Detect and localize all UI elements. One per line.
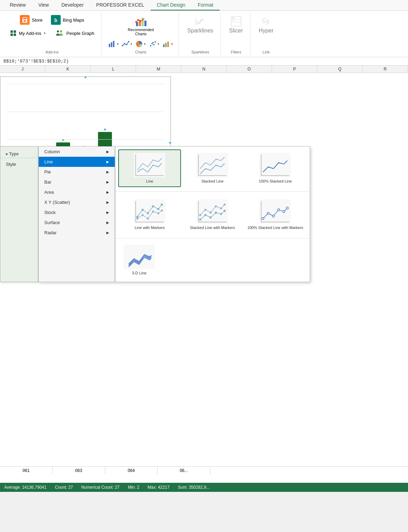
- svg-rect-4: [10, 30, 13, 33]
- cell-063[interactable]: 063: [53, 467, 105, 474]
- cell-06x[interactable]: 06...: [158, 467, 210, 474]
- ribbon-group-sparklines: Sparklines Sparklines: [180, 12, 221, 56]
- line-markers-preview: [134, 199, 165, 224]
- 100pct-stacked-line-markers-preview: [259, 199, 291, 224]
- submenu-separator-2: [115, 238, 310, 238]
- menu-item-bar[interactable]: Bar ▶: [39, 177, 115, 187]
- tab-developer[interactable]: Developer: [55, 0, 90, 10]
- svg-point-22: [128, 41, 129, 42]
- svg-point-54: [142, 209, 144, 211]
- svg-point-75: [204, 209, 206, 211]
- scatter-chart-button[interactable]: ▼: [148, 39, 161, 49]
- svg-point-79: [224, 204, 226, 206]
- menu-item-radar[interactable]: Radar ▶: [39, 228, 115, 238]
- resize-handle-right[interactable]: [168, 141, 172, 145]
- slicer-button[interactable]: Slicer: [226, 14, 246, 35]
- context-panel-type[interactable]: ▸ Type: [0, 149, 38, 158]
- tab-view[interactable]: View: [32, 0, 55, 10]
- pie-chart-button[interactable]: ▼: [134, 39, 147, 49]
- menu-label-column: Column: [44, 149, 60, 154]
- bing-maps-label: Bing Maps: [63, 17, 84, 23]
- menu-item-area[interactable]: Area ▶: [39, 187, 115, 197]
- menu-item-line[interactable]: Line ▶: [39, 157, 115, 167]
- svg-point-74: [199, 214, 201, 216]
- scatter-chart-arrow: ▼: [157, 43, 160, 46]
- svg-rect-30: [165, 43, 167, 47]
- submenu-item-line[interactable]: Line: [118, 149, 181, 187]
- hyperlink-button[interactable]: Hyper: [256, 14, 277, 35]
- store-label: Store: [32, 17, 43, 23]
- submenu-item-stacked-line-markers[interactable]: Stacked Line with Markers: [181, 196, 244, 234]
- ribbon-group-filters: Slicer Filters: [222, 12, 250, 56]
- svg-point-64: [161, 209, 163, 212]
- menu-item-column[interactable]: Column ▶: [39, 147, 115, 157]
- svg-point-59: [136, 217, 138, 220]
- context-left-panel: ▸ Type Style: [0, 146, 38, 282]
- submenu-item-line-markers[interactable]: Line with Markers: [118, 196, 181, 234]
- cell-061[interactable]: 061: [0, 467, 53, 474]
- store-icon: [20, 15, 30, 25]
- menu-item-xy-scatter[interactable]: X Y (Scatter) ▶: [39, 197, 115, 207]
- svg-point-69: [204, 214, 206, 216]
- ribbon-content-area: Store b Bing Maps: [0, 11, 408, 57]
- sparklines-label: Sparklines: [187, 28, 213, 34]
- menu-label-xy: X Y (Scatter): [44, 200, 70, 205]
- tab-professor-excel[interactable]: PROFESSOR EXCEL: [90, 0, 151, 10]
- submenu-item-stacked-line[interactable]: Stacked Line: [181, 149, 244, 187]
- svg-rect-34: [197, 20, 198, 25]
- stacked-line-label: Stacked Line: [201, 179, 224, 184]
- col-header-p: P: [272, 66, 317, 73]
- col-header-n: N: [181, 66, 227, 73]
- menu-arrow-line: ▶: [106, 160, 109, 164]
- svg-rect-47: [259, 153, 291, 177]
- submenu-item-100pct-stacked-line[interactable]: 100% Stacked Line: [244, 149, 307, 187]
- menu-item-pie[interactable]: Pie ▶: [39, 167, 115, 177]
- store-button[interactable]: Store: [17, 14, 45, 26]
- recommended-charts-label-line1: Recommended: [128, 28, 154, 32]
- bar-chart-button[interactable]: ▼: [107, 39, 120, 49]
- svg-point-87: [278, 209, 280, 211]
- svg-point-62: [152, 210, 154, 213]
- spreadsheet-area: ▸ Type Style Column ▶ Line ▶ Pie ▶ Bar ▶: [0, 73, 408, 492]
- links-group-label: Link: [263, 49, 270, 54]
- context-panel-style[interactable]: Style: [0, 160, 38, 169]
- tab-chart-design[interactable]: Chart Design: [151, 0, 192, 10]
- column-headers: J K L M N O P Q R: [0, 66, 408, 73]
- submenu-item-100pct-stacked-line-markers[interactable]: 100% Stacked Line with Markers: [244, 196, 307, 234]
- submenu-item-3d-line[interactable]: 3-D Line: [118, 241, 160, 279]
- bing-maps-button[interactable]: b Bing Maps: [48, 14, 87, 26]
- my-addins-icon: [10, 30, 17, 37]
- my-addins-button[interactable]: My Add-ins ▼: [7, 28, 49, 38]
- line-chart-preview: [134, 153, 165, 177]
- recommended-charts-button[interactable]: Recommended Charts: [125, 14, 157, 37]
- people-graph-button[interactable]: People Graph: [52, 27, 97, 39]
- svg-rect-16: [109, 44, 110, 47]
- formula-bar[interactable]: B$10;'073'!$E$3:$E$10;2): [0, 57, 408, 66]
- tab-format[interactable]: Format: [191, 0, 219, 10]
- svg-point-72: [220, 213, 222, 215]
- other-chart-button[interactable]: ▼: [161, 39, 174, 49]
- svg-rect-33: [195, 18, 196, 25]
- svg-point-73: [224, 210, 226, 212]
- bottom-numbers-row: 061 063 064 06...: [0, 466, 408, 474]
- svg-point-71: [215, 212, 217, 214]
- menu-arrow-area: ▶: [106, 190, 109, 194]
- sparklines-button[interactable]: Sparklines: [184, 14, 216, 35]
- recommended-charts-icon: [135, 15, 147, 28]
- line-chart-button[interactable]: ▼: [121, 39, 134, 49]
- menu-item-surface[interactable]: Surface ▶: [39, 217, 115, 228]
- menu-label-surface: Surface: [44, 220, 60, 225]
- status-count: Count: 27: [55, 485, 73, 490]
- svg-point-68: [199, 219, 201, 221]
- people-graph-label: People Graph: [66, 31, 94, 36]
- svg-point-88: [283, 210, 285, 213]
- cell-empty: [210, 467, 408, 474]
- status-max: Max: 42217: [148, 485, 169, 490]
- svg-point-85: [267, 212, 269, 214]
- menu-item-stock[interactable]: Stock ▶: [39, 207, 115, 217]
- status-average: Average: 14136,79041: [4, 485, 46, 490]
- ribbon-group-links: Hyper Link: [252, 12, 281, 56]
- resize-handle-top[interactable]: [84, 75, 87, 79]
- tab-review[interactable]: Review: [3, 0, 32, 10]
- cell-064[interactable]: 064: [105, 467, 158, 474]
